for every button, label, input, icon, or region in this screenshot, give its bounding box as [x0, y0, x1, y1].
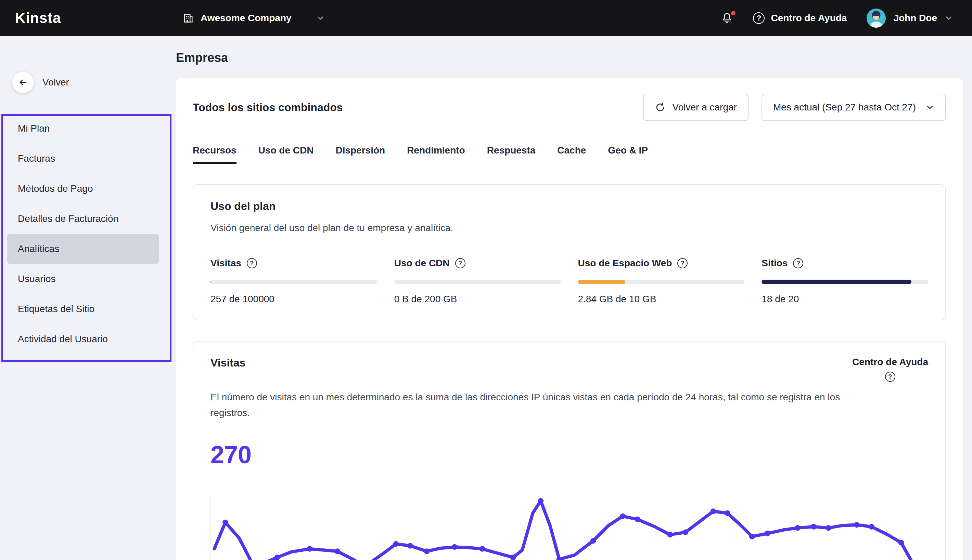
help-center-label: Centro de Ayuda	[771, 13, 847, 23]
analytics-tabs: Recursos Uso de CDN Dispersión Rendimien…	[193, 145, 946, 164]
plan-usage-card: Uso del plan Visión general del uso del …	[193, 184, 946, 320]
visits-help-button[interactable]: Centro de Ayuda	[852, 357, 928, 382]
date-range-label: Mes actual (Sep 27 hasta Oct 27)	[773, 102, 916, 113]
main-content: Empresa Todos los sitios combinados Volv…	[174, 36, 972, 560]
visits-help-label: Centro de Ayuda	[852, 357, 928, 368]
back-arrow-icon	[12, 72, 33, 93]
usage-bar	[211, 280, 377, 284]
company-name: Awesome Company	[201, 13, 292, 23]
sidebar-item-mi-plan[interactable]: Mi Plan	[7, 113, 159, 143]
help-icon[interactable]	[677, 258, 688, 268]
help-icon[interactable]	[247, 258, 257, 268]
sidebar-item-metodos-de-pago[interactable]: Métodos de Pago	[7, 174, 159, 204]
card-header: Todos los sitios combinados Volver a car…	[193, 94, 946, 121]
tab-respuesta[interactable]: Respuesta	[487, 145, 535, 164]
meter-value: 18 de 20	[761, 294, 928, 305]
meter-label: Visitas	[211, 258, 241, 269]
notification-dot	[731, 11, 736, 15]
meter-label: Uso de Espacio Web	[578, 258, 672, 269]
chevron-down-icon	[316, 14, 325, 22]
chevron-down-icon	[945, 14, 953, 22]
meter-value: 0 B de 200 GB	[394, 294, 561, 305]
back-label: Volver	[42, 77, 69, 88]
sidebar: Volver Mi Plan Facturas Métodos de Pago …	[0, 36, 174, 560]
visits-card: Visitas Centro de Ayuda El número de vis…	[193, 341, 946, 560]
sidebar-item-facturas[interactable]: Facturas	[7, 143, 159, 174]
meter-label: Uso de CDN	[394, 258, 450, 269]
visits-current-value: 270	[211, 441, 928, 469]
meter-uso-de-cdn: Uso de CDN 0 B de 200 GB	[394, 258, 561, 305]
date-range-selector[interactable]: Mes actual (Sep 27 hasta Oct 27)	[761, 94, 946, 121]
refresh-icon	[655, 102, 666, 113]
notifications-button[interactable]	[721, 12, 733, 24]
meter-sitios: Sitios 18 de 20	[761, 258, 928, 305]
combined-sites-card: Todos los sitios combinados Volver a car…	[176, 78, 963, 560]
company-selector[interactable]: Awesome Company	[183, 13, 325, 23]
sidebar-item-detalles-de-facturacion[interactable]: Detalles de Facturación	[7, 204, 159, 234]
help-icon[interactable]	[793, 258, 803, 268]
meter-visitas: Visitas 257 de 100000	[211, 258, 377, 305]
topbar: Kinsta Awesome Company	[0, 0, 972, 36]
help-icon[interactable]	[455, 258, 465, 268]
tab-recursos[interactable]: Recursos	[193, 145, 236, 164]
kinsta-logo[interactable]: Kinsta	[15, 10, 160, 26]
plan-usage-description: Visión general del uso del plan de tu em…	[211, 220, 928, 236]
meter-espacio-web: Uso de Espacio Web 2.84 GB de 10 GB	[578, 258, 745, 305]
topbar-actions: Centro de Ayuda John Doe	[721, 8, 972, 28]
user-name: John Doe	[893, 13, 937, 23]
visits-title: Visitas	[211, 357, 246, 369]
usage-meters: Visitas 257 de 100000 Uso de CDN 0 B de …	[211, 258, 928, 305]
reload-label: Volver a cargar	[673, 102, 737, 113]
reload-button[interactable]: Volver a cargar	[643, 94, 748, 121]
sidebar-item-analiticas[interactable]: Analíticas	[7, 234, 159, 264]
tab-uso-de-cdn[interactable]: Uso de CDN	[258, 145, 314, 164]
back-button[interactable]: Volver	[12, 72, 174, 93]
help-center-button[interactable]: Centro de Ayuda	[753, 12, 847, 24]
sidebar-item-actividad-del-usuario[interactable]: Actividad del Usuario	[7, 324, 159, 354]
question-circle-icon	[753, 12, 765, 24]
question-circle-icon	[885, 372, 895, 382]
building-icon	[183, 13, 194, 23]
tab-geo-ip[interactable]: Geo & IP	[608, 145, 648, 164]
chevron-down-icon	[925, 103, 934, 112]
meter-value: 257 de 100000	[211, 294, 377, 305]
avatar	[867, 8, 886, 28]
meter-value: 2.84 GB de 10 GB	[578, 294, 745, 305]
plan-usage-title: Uso del plan	[211, 200, 928, 213]
user-menu[interactable]: John Doe	[867, 8, 953, 28]
card-title: Todos los sitios combinados	[193, 101, 343, 114]
visits-description: El número de visitas en un mes determina…	[211, 389, 850, 421]
card-actions: Volver a cargar Mes actual (Sep 27 hasta…	[643, 94, 946, 121]
sidebar-menu: Mi Plan Facturas Métodos de Pago Detalle…	[0, 113, 174, 354]
visits-line-chart	[211, 495, 932, 560]
meter-label: Sitios	[761, 258, 788, 269]
usage-bar	[761, 280, 928, 284]
usage-bar	[578, 280, 745, 284]
visits-chart-area	[211, 495, 928, 560]
tab-cache[interactable]: Cache	[557, 145, 586, 164]
usage-bar	[394, 280, 561, 284]
tab-dispersion[interactable]: Dispersión	[335, 145, 385, 164]
page-title: Empresa	[176, 51, 972, 65]
sidebar-item-usuarios[interactable]: Usuarios	[7, 264, 159, 294]
sidebar-item-etiquetas-del-sitio[interactable]: Etiquetas del Sitio	[7, 294, 159, 324]
tab-rendimiento[interactable]: Rendimiento	[407, 145, 465, 164]
